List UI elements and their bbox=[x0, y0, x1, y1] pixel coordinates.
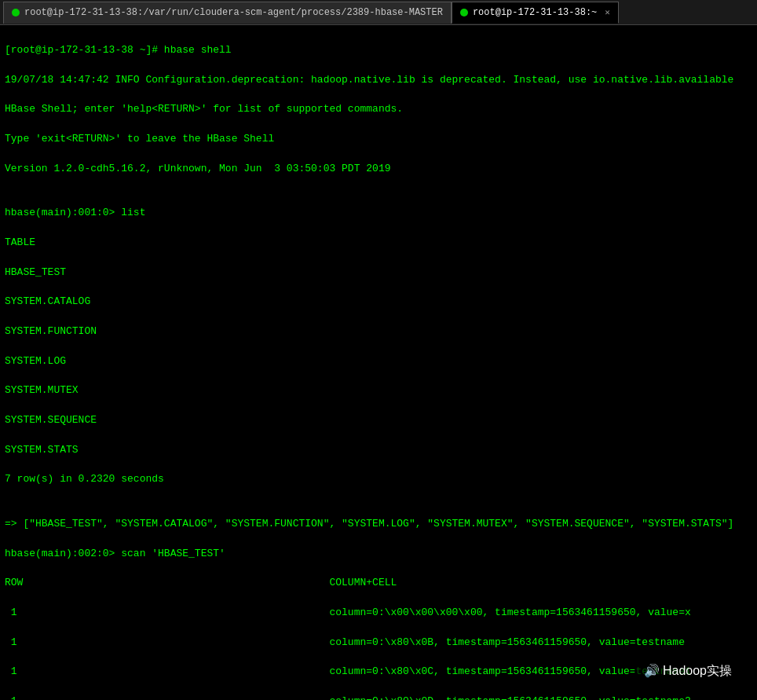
terminal-line: => ["HBASE_TEST", "SYSTEM.CATALOG", "SYS… bbox=[5, 517, 752, 532]
terminal-line: HBASE_TEST bbox=[5, 266, 752, 280]
tab-label-active: root@ip-172-31-13-38:~ bbox=[473, 7, 597, 18]
terminal-line: SYSTEM.FUNCTION bbox=[5, 324, 752, 339]
terminal-line: 19/07/18 14:47:42 INFO Configuration.dep… bbox=[5, 73, 752, 88]
terminal-line: 1 column=0:\x00\x00\x00\x00, timestamp=1… bbox=[5, 606, 752, 621]
terminal-output[interactable]: [root@ip-172-31-13-38 ~]# hbase shell 19… bbox=[0, 25, 757, 700]
tab-status-icon-active bbox=[460, 9, 468, 16]
terminal-line: 1 column=0:\x80\x0B, timestamp=156346115… bbox=[5, 636, 752, 651]
terminal-line: ROW COLUMN+CELL bbox=[5, 576, 752, 591]
tab-status-icon bbox=[12, 9, 20, 16]
terminal-line: SYSTEM.SEQUENCE bbox=[5, 413, 752, 428]
tab-close-button[interactable]: ✕ bbox=[605, 7, 610, 17]
terminal-line: HBase Shell; enter 'help<RETURN>' for li… bbox=[5, 102, 752, 117]
tab-label: root@ip-172-31-13-38:/var/run/cloudera-s… bbox=[24, 7, 443, 18]
terminal-line: SYSTEM.MUTEX bbox=[5, 383, 752, 398]
tab-bar: root@ip-172-31-13-38:/var/run/cloudera-s… bbox=[0, 0, 757, 25]
terminal-line: Version 1.2.0-cdh5.16.2, rUnknown, Mon J… bbox=[5, 162, 752, 177]
terminal-line: Type 'exit<RETURN>' to leave the HBase S… bbox=[5, 132, 752, 147]
terminal-line: 1 column=0:\x80\x0D, timestamp=156346115… bbox=[5, 695, 752, 700]
terminal-line: hbase(main):002:0> scan 'HBASE_TEST' bbox=[5, 547, 752, 562]
tab-process[interactable]: root@ip-172-31-13-38:/var/run/cloudera-s… bbox=[3, 2, 452, 24]
terminal-line: SYSTEM.STATS bbox=[5, 443, 752, 458]
terminal-line: SYSTEM.LOG bbox=[5, 354, 752, 369]
terminal-line: 7 row(s) in 0.2320 seconds bbox=[5, 472, 752, 487]
terminal-line: 1 column=0:\x80\x0C, timestamp=156346115… bbox=[5, 665, 752, 680]
terminal-line: SYSTEM.CATALOG bbox=[5, 295, 752, 310]
tab-shell[interactable]: root@ip-172-31-13-38:~ ✕ bbox=[452, 2, 619, 24]
terminal-line: [root@ip-172-31-13-38 ~]# hbase shell bbox=[5, 43, 752, 58]
terminal-line: hbase(main):001:0> list bbox=[5, 206, 752, 221]
terminal-line: TABLE bbox=[5, 236, 752, 251]
